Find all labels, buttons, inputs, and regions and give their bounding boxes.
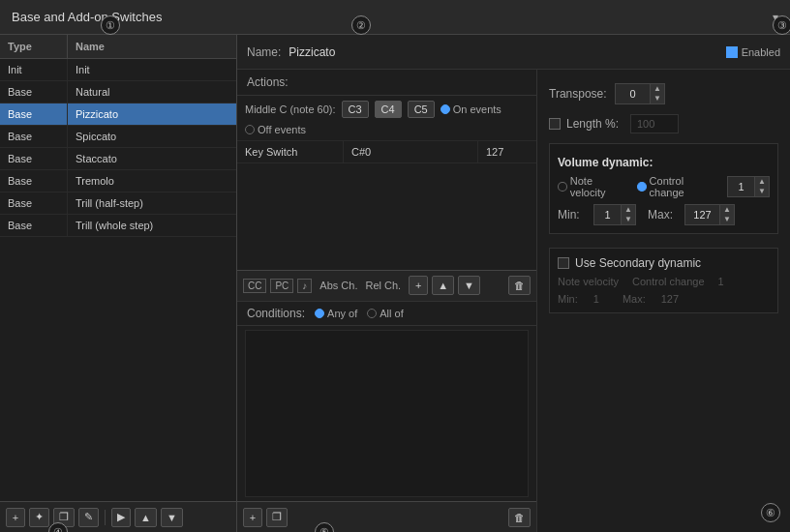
switch-row-0[interactable]: Init Init: [0, 59, 236, 81]
action-type-cell: Key Switch: [237, 141, 344, 163]
name-input[interactable]: [289, 45, 717, 59]
conditions-body: [245, 330, 529, 498]
min-label: Min:: [558, 208, 582, 222]
switch-row-1[interactable]: Base Natural: [0, 81, 236, 103]
down-row-button[interactable]: ▼: [458, 276, 480, 295]
action-value-cell: C#0: [344, 141, 478, 163]
use-secondary-label: Use Secondary dynamic: [575, 256, 701, 270]
min-down-btn[interactable]: ▼: [622, 215, 635, 224]
transpose-down-btn[interactable]: ▼: [651, 94, 664, 103]
length-row: Length %:: [549, 114, 778, 133]
transpose-up-btn[interactable]: ▲: [651, 84, 664, 94]
transpose-row: Transpose: ▲ ▼: [549, 83, 778, 104]
cc-down-btn[interactable]: ▼: [755, 187, 769, 196]
middle-c-label: Middle C (note 60):: [245, 103, 336, 115]
actions-table: Key Switch C#0 127: [237, 141, 536, 270]
control-change-radio[interactable]: Control change: [637, 175, 719, 198]
switch-name-7: Trill (whole step): [68, 215, 236, 236]
cc-up-btn[interactable]: ▲: [755, 177, 769, 187]
vol-dyn-radio-row: Note velocity Control change ▲ ▼: [558, 175, 770, 198]
switch-row-7[interactable]: Base Trill (whole step): [0, 215, 236, 237]
transpose-spinbox[interactable]: ▲ ▼: [615, 83, 665, 104]
delete-row-button[interactable]: 🗑: [508, 276, 531, 295]
min-spinbox[interactable]: ▲ ▼: [593, 204, 636, 225]
actions-conditions-area: Actions: Middle C (note 60): C3 C4 C5 On…: [237, 70, 537, 532]
length-checkbox[interactable]: [549, 118, 561, 130]
note-velocity-radio[interactable]: Note velocity: [558, 175, 629, 198]
table-row: Key Switch C#0 127: [237, 141, 536, 163]
add-row-icon[interactable]: +: [409, 276, 428, 295]
note-tag[interactable]: ♪: [297, 279, 312, 293]
delete-condition-button[interactable]: 🗑: [508, 508, 531, 527]
cc-tag[interactable]: CC: [243, 279, 266, 293]
play-switch-button[interactable]: ▶: [111, 508, 131, 527]
secondary-checkbox[interactable]: [558, 257, 569, 269]
switch-list-panel: Type Name Init Init Base Natural Base Pi…: [0, 35, 237, 532]
down-switch-button[interactable]: ▼: [161, 508, 183, 527]
add-switch-button[interactable]: +: [6, 508, 25, 527]
conditions-toolbar: + ❐ 🗑 ⑤: [237, 501, 536, 532]
max-spinbox[interactable]: ▲ ▼: [684, 204, 735, 225]
up-switch-button[interactable]: ▲: [135, 508, 157, 527]
switch-type-5: Base: [0, 170, 68, 192]
up-row-button[interactable]: ▲: [432, 276, 454, 295]
off-events-label: Off events: [258, 124, 306, 135]
switch-row-4[interactable]: Base Staccato: [0, 148, 236, 170]
switch-name-1: Natural: [68, 81, 236, 103]
min-up-btn[interactable]: ▲: [622, 205, 635, 215]
sec-min-label: Min:: [558, 293, 578, 305]
pc-tag[interactable]: PC: [270, 279, 293, 293]
max-down-btn[interactable]: ▼: [720, 215, 734, 224]
switch-row-5[interactable]: Base Tremolo: [0, 170, 236, 192]
c5-button[interactable]: C5: [408, 101, 435, 118]
add-condition-alt-button[interactable]: ❐: [266, 508, 288, 527]
transpose-spinbox-btns: ▲ ▼: [651, 84, 664, 103]
max-input[interactable]: [685, 205, 720, 224]
secondary-dynamic-section: Use Secondary dynamic Note velocity Cont…: [549, 248, 778, 313]
min-input[interactable]: [594, 205, 622, 224]
all-of-radio[interactable]: All of: [367, 308, 403, 319]
max-up-btn[interactable]: ▲: [720, 205, 734, 215]
sec-cc-value: 1: [718, 276, 724, 287]
cc-input[interactable]: [728, 177, 755, 196]
enabled-label: Enabled: [742, 46, 780, 58]
sec-min-value: 1: [593, 293, 599, 305]
any-of-radio[interactable]: Any of: [315, 308, 357, 319]
c4-button[interactable]: C4: [375, 101, 402, 118]
badge-5: ⑤: [315, 522, 334, 532]
switch-type-0: Init: [0, 59, 68, 80]
switch-name-3: Spiccato: [68, 126, 236, 147]
use-secondary-checkbox-row[interactable]: Use Secondary dynamic: [558, 256, 770, 270]
length-input[interactable]: [630, 114, 679, 133]
c3-button[interactable]: C3: [342, 101, 369, 118]
on-events-label: On events: [453, 103, 501, 115]
badge-3: ③: [773, 15, 790, 35]
cc-spinbox[interactable]: ▲ ▼: [727, 176, 770, 197]
switch-row-3[interactable]: Base Spiccato: [0, 126, 236, 148]
switch-name-4: Staccato: [68, 148, 236, 169]
length-label: Length %:: [566, 117, 624, 131]
any-of-label: Any of: [327, 308, 357, 319]
switch-row-2[interactable]: Base Pizzicato: [0, 103, 236, 126]
abs-ch-label: Abs Ch.: [319, 280, 357, 291]
col-type-header: Type: [0, 35, 68, 58]
switch-type-3: Base: [0, 126, 68, 147]
enabled-checkbox[interactable]: [726, 46, 738, 58]
cc-spinbox-btns: ▲ ▼: [755, 177, 769, 196]
sec-radio-row: Note velocity Control change 1: [558, 276, 770, 287]
edit-switch-button[interactable]: ✎: [78, 508, 99, 527]
switch-type-1: Base: [0, 81, 68, 103]
switch-name-5: Tremolo: [68, 170, 236, 192]
switch-name-0: Init: [68, 59, 236, 80]
control-change-label: Control change: [650, 175, 719, 198]
transpose-input[interactable]: [616, 84, 651, 103]
add-alt-switch-button[interactable]: ✦: [29, 508, 49, 527]
on-events-radio[interactable]: On events: [441, 103, 501, 115]
off-events-radio[interactable]: Off events: [245, 124, 306, 135]
badge-1: ①: [101, 15, 120, 35]
add-condition-button[interactable]: +: [243, 508, 262, 527]
switch-type-4: Base: [0, 148, 68, 169]
switch-type-7: Base: [0, 215, 68, 236]
switch-row-6[interactable]: Base Trill (half-step): [0, 192, 236, 215]
max-label: Max:: [648, 208, 673, 222]
